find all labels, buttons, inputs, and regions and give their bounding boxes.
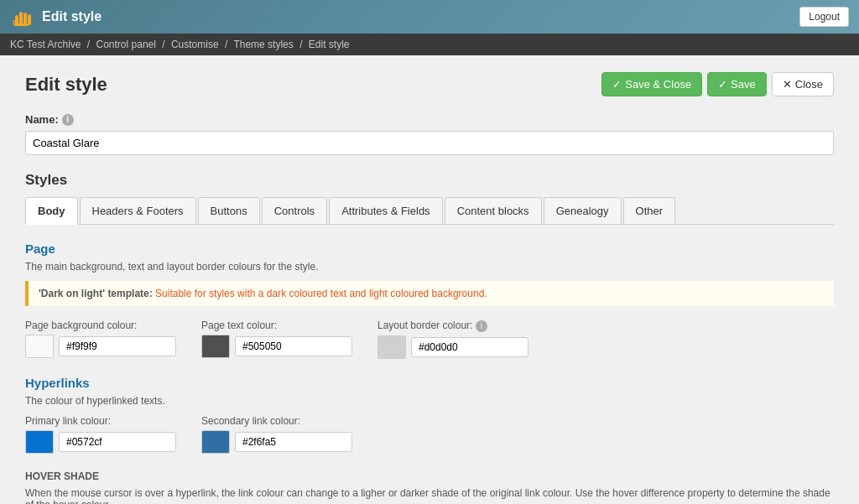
page-title: Edit style xyxy=(25,74,107,96)
layout-border-field: Layout border colour: i xyxy=(377,320,528,359)
tab-body[interactable]: Body xyxy=(25,197,78,225)
close-icon: ✕ xyxy=(783,78,792,91)
checkmark-icon-1: ✓ xyxy=(612,78,622,91)
layout-border-info-icon[interactable]: i xyxy=(476,320,487,332)
save-close-label: Save & Close xyxy=(625,78,691,91)
tab-content-blocks[interactable]: Content blocks xyxy=(445,197,542,224)
warning-label: 'Dark on light' template: xyxy=(39,288,153,299)
page-text-field: Page text colour: xyxy=(201,320,352,359)
page-color-row: Page background colour: Page text colour… xyxy=(25,320,834,359)
tab-headers-footers[interactable]: Headers & Footers xyxy=(80,197,196,224)
save-button[interactable]: ✓ Save xyxy=(707,72,767,96)
header-buttons: ✓ Save & Close ✓ Save ✕ Close xyxy=(601,72,834,96)
layout-border-label: Layout border colour: i xyxy=(377,320,528,332)
primary-link-input-row xyxy=(25,430,176,454)
page-bg-swatch[interactable] xyxy=(25,335,54,358)
primary-link-input[interactable] xyxy=(59,432,176,452)
breadcrumb-sep-1: / xyxy=(87,39,90,50)
tabs: Body Headers & Footers Buttons Controls … xyxy=(25,197,834,225)
secondary-link-input[interactable] xyxy=(235,432,352,452)
main-content: Edit style ✓ Save & Close ✓ Save ✕ Close… xyxy=(0,55,859,504)
page-bg-label: Page background colour: xyxy=(25,320,176,331)
tab-buttons[interactable]: Buttons xyxy=(198,197,260,224)
name-input[interactable] xyxy=(25,131,834,155)
tab-controls[interactable]: Controls xyxy=(262,197,327,224)
page-section-desc: The main background, text and layout bor… xyxy=(25,261,834,273)
secondary-link-swatch[interactable] xyxy=(201,430,230,454)
layout-border-label-text: Layout border colour: xyxy=(377,320,472,331)
close-label: Close xyxy=(795,78,823,91)
name-section: Name: i xyxy=(25,113,834,155)
breadcrumb-sep-2: / xyxy=(162,39,164,50)
page-text-input[interactable] xyxy=(235,336,352,356)
page-bg-input-row xyxy=(25,335,176,358)
layout-border-swatch[interactable] xyxy=(377,335,406,359)
page-bg-input[interactable] xyxy=(59,336,176,356)
hyperlinks-section: Hyperlinks The colour of hyperlinked tex… xyxy=(25,376,834,454)
primary-link-label: Primary link colour: xyxy=(25,415,176,427)
hyperlinks-title: Hyperlinks xyxy=(25,376,834,390)
name-info-icon[interactable]: i xyxy=(62,114,74,126)
top-bar: Edit style Logout xyxy=(0,0,859,34)
warning-text: Suitable for styles with a dark coloured… xyxy=(155,288,487,299)
hover-shade-desc: When the mouse cursor is over a hyperlin… xyxy=(25,487,834,505)
secondary-link-input-row xyxy=(201,430,352,454)
top-bar-left: Edit style xyxy=(10,5,102,29)
secondary-link-field: Secondary link colour: xyxy=(201,415,352,454)
page-section: Page The main background, text and layou… xyxy=(25,242,834,359)
app-title: Edit style xyxy=(42,9,102,24)
page-text-input-row xyxy=(201,335,352,358)
breadcrumb-item-1[interactable]: KC Test Archive xyxy=(10,39,81,50)
tab-other[interactable]: Other xyxy=(623,197,676,224)
save-label: Save xyxy=(731,78,756,91)
layout-border-input[interactable] xyxy=(411,337,528,357)
hover-shade-title: HOVER SHADE xyxy=(25,470,834,482)
breadcrumb-item-5: Edit style xyxy=(309,39,350,50)
breadcrumb-item-3[interactable]: Customise xyxy=(171,39,219,50)
primary-link-swatch[interactable] xyxy=(25,430,54,454)
name-field-label: Name: xyxy=(25,113,59,126)
styles-heading: Styles xyxy=(25,172,834,189)
name-label: Name: i xyxy=(25,113,834,126)
svg-rect-1 xyxy=(19,12,23,25)
secondary-link-label: Secondary link colour: xyxy=(201,415,352,427)
breadcrumb-item-2[interactable]: Control panel xyxy=(96,39,156,50)
checkmark-icon-2: ✓ xyxy=(718,78,727,91)
page-text-label: Page text colour: xyxy=(201,320,352,331)
tab-genealogy[interactable]: Genealogy xyxy=(544,197,622,224)
page-header: Edit style ✓ Save & Close ✓ Save ✕ Close xyxy=(25,72,834,96)
page-text-swatch[interactable] xyxy=(201,335,230,358)
svg-rect-2 xyxy=(23,13,27,25)
tab-attributes-fields[interactable]: Attributes & Fields xyxy=(329,197,443,224)
warning-box: 'Dark on light' template: Suitable for s… xyxy=(25,281,834,306)
page-bg-field: Page background colour: xyxy=(25,320,176,359)
logout-button[interactable]: Logout xyxy=(799,7,849,27)
breadcrumb-sep-4: / xyxy=(299,39,302,50)
hand-icon xyxy=(10,5,34,29)
hyperlinks-color-row: Primary link colour: Secondary link colo… xyxy=(25,415,834,454)
primary-link-field: Primary link colour: xyxy=(25,415,176,454)
breadcrumb-sep-3: / xyxy=(225,39,227,50)
close-button[interactable]: ✕ Close xyxy=(772,72,834,96)
hover-shade-section: HOVER SHADE When the mouse cursor is ove… xyxy=(25,470,834,505)
hyperlinks-desc: The colour of hyperlinked texts. xyxy=(25,395,834,407)
save-close-button[interactable]: ✓ Save & Close xyxy=(601,72,702,96)
layout-border-input-row xyxy=(377,335,528,359)
breadcrumb: KC Test Archive / Control panel / Custom… xyxy=(0,34,859,55)
breadcrumb-item-4[interactable]: Theme styles xyxy=(233,39,293,50)
page-section-title: Page xyxy=(25,242,834,256)
